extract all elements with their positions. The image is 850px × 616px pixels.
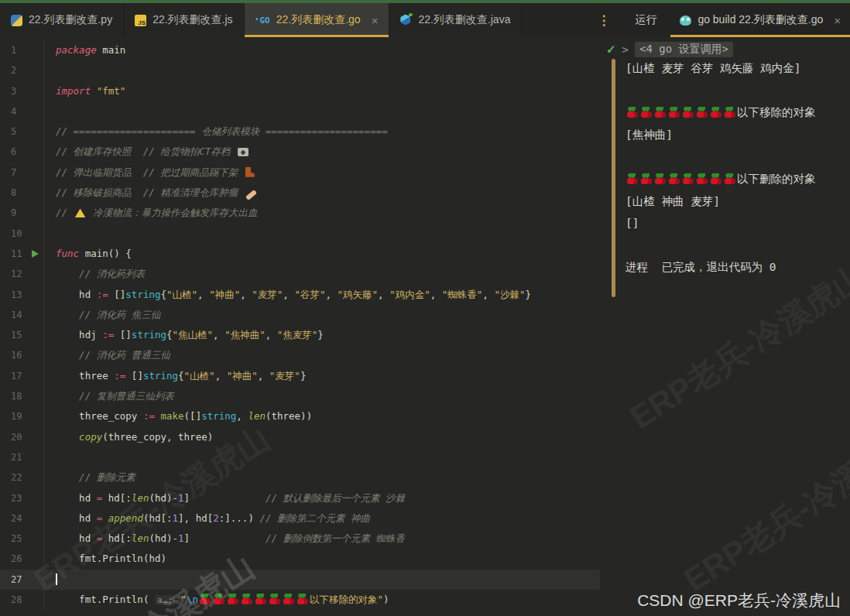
code-line[interactable]: 19 three_copy := make([]string, len(thre…: [0, 406, 600, 426]
code-line[interactable]: 18 // 复制普通三仙列表: [0, 386, 600, 406]
code-text[interactable]: fmt.Println( a…: "\n以下移除的对象"): [43, 590, 600, 610]
code-text[interactable]: [43, 447, 600, 467]
code-line[interactable]: 14 // 消化药 焦三仙: [0, 305, 600, 325]
code-text[interactable]: three := []string{"山楂", "神曲", "麦芽"}: [43, 366, 600, 386]
code-line[interactable]: 15 hdj := []string{"焦山楂", "焦神曲", "焦麦芽"}: [0, 325, 600, 345]
run-gutter-icon[interactable]: [32, 250, 39, 258]
tab-go-file-active[interactable]: GO 22.列表删改查.go ×: [245, 3, 390, 37]
code-text[interactable]: [43, 224, 600, 244]
code-line[interactable]: 6// 创建库存快照 // 给货物拍CT存档: [0, 142, 600, 162]
close-icon[interactable]: ×: [372, 14, 379, 27]
cherry-icon: [641, 107, 652, 118]
code-line[interactable]: 20 copy(three_copy, three): [0, 427, 600, 447]
gutter-line-number[interactable]: 17: [0, 366, 43, 386]
gutter-line-number[interactable]: 26: [0, 549, 43, 569]
gutter-line-number[interactable]: 14: [0, 305, 43, 325]
code-text[interactable]: func main() {: [43, 244, 600, 264]
gutter-line-number[interactable]: 12: [0, 264, 43, 284]
code-text[interactable]: hd = hd[:len(hd)-1] // 删除倒数第一个元素 蜘蛛香: [43, 529, 600, 549]
code-text[interactable]: // 弹出临期货品 // 把过期商品踢下架: [43, 163, 600, 183]
code-line[interactable]: 28 fmt.Println( a…: "\n以下移除的对象"): [0, 590, 600, 610]
gutter-line-number[interactable]: 24: [0, 508, 43, 529]
gutter-line-number[interactable]: 18: [0, 386, 43, 406]
code-line[interactable]: 11func main() {: [0, 244, 600, 264]
gutter-line-number[interactable]: 25: [0, 529, 43, 549]
code-text[interactable]: [43, 101, 600, 121]
gutter-line-number[interactable]: 2: [0, 60, 43, 80]
gutter-line-number[interactable]: 28: [0, 590, 43, 610]
code-line[interactable]: 10: [0, 224, 600, 244]
gutter-line-number[interactable]: 20: [0, 427, 43, 447]
chevron-right-icon[interactable]: >: [622, 43, 629, 56]
gutter-line-number[interactable]: 19: [0, 406, 43, 426]
code-text[interactable]: // 冷溪物流：暴力操作会触发库存大出血: [43, 203, 600, 223]
code-line[interactable]: 5// ===================== 仓储列表模块 =======…: [0, 121, 600, 142]
gutter-line-number[interactable]: 16: [0, 345, 43, 365]
code-text[interactable]: // 移除破损商品 // 精准清理仓库肿瘤: [43, 183, 600, 203]
more-options-icon[interactable]: ⋮: [586, 3, 621, 37]
gutter-line-number[interactable]: 13: [0, 285, 43, 305]
code-line[interactable]: 8// 移除破损商品 // 精准清理仓库肿瘤: [0, 183, 600, 203]
gutter-line-number[interactable]: 11: [0, 244, 43, 264]
close-icon[interactable]: ×: [834, 14, 841, 27]
code-line[interactable]: 26 fmt.Println(hd): [0, 549, 600, 569]
tab-java-file[interactable]: 22.列表删改查.java: [389, 3, 522, 37]
code-line[interactable]: 17 three := []string{"山楂", "神曲", "麦芽"}: [0, 366, 600, 386]
code-line[interactable]: 24 hd = append(hd[:1], hd[2:]...) // 删除第…: [0, 508, 600, 529]
code-line[interactable]: 7// 弹出临期货品 // 把过期商品踢下架: [0, 163, 600, 183]
gutter-line-number[interactable]: 6: [0, 142, 43, 162]
code-text[interactable]: hdj := []string{"焦山楂", "焦神曲", "焦麦芽"}: [43, 325, 600, 345]
gutter-line-number[interactable]: 8: [0, 183, 43, 203]
tab-python-file[interactable]: 22.列表删改查.py: [0, 3, 124, 37]
code-text[interactable]: three_copy := make([]string, len(three)): [43, 406, 600, 426]
gutter-line-number[interactable]: 7: [0, 163, 43, 183]
code-text[interactable]: hd = append(hd[:1], hd[2:]...) // 删除第二个元…: [43, 508, 600, 529]
code-line[interactable]: 22 // 删除元素: [0, 467, 600, 488]
console-command-line[interactable]: ✓ > <4 go 设置调用>: [600, 42, 850, 57]
gutter-line-number[interactable]: 22: [0, 467, 43, 488]
gutter-line-number[interactable]: 10: [0, 224, 43, 244]
code-text[interactable]: fmt.Println(hd): [43, 549, 600, 569]
code-line[interactable]: 21: [0, 447, 600, 467]
code-line[interactable]: 4: [0, 101, 600, 121]
gutter-line-number[interactable]: 23: [0, 488, 43, 508]
code-text[interactable]: [43, 570, 600, 590]
code-text[interactable]: hd = hd[:len(hd)-1] // 默认删除最后一个元素 沙棘: [43, 488, 600, 508]
code-text[interactable]: import "fmt": [43, 81, 600, 101]
code-text[interactable]: copy(three_copy, three): [43, 427, 600, 447]
run-console[interactable]: ✓ > <4 go 设置调用> [山楂 麦芽 谷芽 鸡矢藤 鸡内金]以下移除的对…: [600, 37, 850, 616]
code-line[interactable]: 16 // 消化药 普通三仙: [0, 345, 600, 365]
run-configuration-tab[interactable]: go build 22.列表删改查.go ×: [670, 3, 850, 37]
code-text[interactable]: package main: [43, 40, 600, 60]
code-token: hdj: [56, 329, 102, 341]
gutter-line-number[interactable]: 3: [0, 81, 43, 101]
gutter-line-number[interactable]: 9: [0, 203, 43, 223]
code-editor[interactable]: 1package main23import "fmt"45// ========…: [0, 37, 600, 616]
code-text[interactable]: // 消化药 焦三仙: [43, 305, 600, 325]
code-text[interactable]: // 消化药列表: [43, 264, 600, 284]
tab-javascript-file[interactable]: JS 22.列表删改查.js: [124, 3, 244, 37]
code-text[interactable]: // 复制普通三仙列表: [43, 386, 600, 406]
code-line[interactable]: 13 hd := []string{"山楂", "神曲", "麦芽", "谷芽"…: [0, 285, 600, 305]
code-line[interactable]: 2: [0, 60, 600, 80]
code-text[interactable]: // ===================== 仓储列表模块 ========…: [43, 121, 600, 142]
gutter-line-number[interactable]: 15: [0, 325, 43, 345]
code-text[interactable]: hd := []string{"山楂", "神曲", "麦芽", "谷芽", "…: [43, 285, 600, 305]
gutter-line-number[interactable]: 5: [0, 121, 43, 142]
code-text[interactable]: // 删除元素: [43, 467, 600, 488]
code-line[interactable]: 3import "fmt": [0, 81, 600, 101]
console-scroll-indicator[interactable]: [612, 59, 615, 297]
code-line[interactable]: 27: [0, 570, 600, 590]
code-text[interactable]: // 消化药 普通三仙: [43, 345, 600, 365]
code-line[interactable]: 23 hd = hd[:len(hd)-1] // 默认删除最后一个元素 沙棘: [0, 488, 600, 508]
gutter-line-number[interactable]: 27: [0, 570, 43, 590]
gutter-line-number[interactable]: 21: [0, 447, 43, 467]
code-line[interactable]: 9// 冷溪物流：暴力操作会触发库存大出血: [0, 203, 600, 223]
code-line[interactable]: 1package main: [0, 40, 600, 60]
code-line[interactable]: 25 hd = hd[:len(hd)-1] // 删除倒数第一个元素 蜘蛛香: [0, 529, 600, 549]
gutter-line-number[interactable]: 4: [0, 101, 43, 121]
code-text[interactable]: // 创建库存快照 // 给货物拍CT存档: [43, 142, 600, 162]
code-text[interactable]: [43, 60, 600, 80]
code-line[interactable]: 12 // 消化药列表: [0, 264, 600, 284]
gutter-line-number[interactable]: 1: [0, 40, 43, 60]
